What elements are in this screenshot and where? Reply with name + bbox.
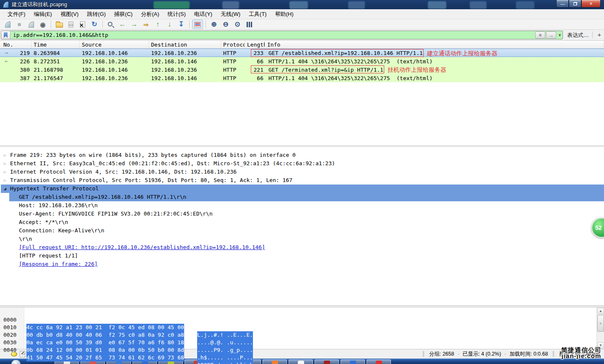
table-row[interactable]: → 219 8.263984 192.168.10.146 192.168.10… [0,49,604,57]
cell-no: 226 [13,58,31,65]
table-row[interactable]: 387 21.176547 192.168.10.236 192.168.10.… [0,74,604,82]
detail-text: [Full request URI: http://192.168.10.236… [19,243,265,252]
taskbar-app-button[interactable] [289,359,313,364]
display-filter-input[interactable] [10,31,535,39]
packet-bytes-pane: 0000 4c cc 6a 92 a1 23 00 21 f2 0c 45 ed… [0,307,604,349]
column-header-no[interactable]: No. [0,41,31,48]
column-header-time[interactable]: Time [31,41,80,48]
go-top-icon[interactable]: ↑ [152,20,163,29]
detail-tree-line[interactable]: ▷ Transmission Control Protocol, Src Por… [0,176,604,185]
close-button[interactable]: × [581,0,601,8]
detail-tree-line[interactable]: [Full request URI: http://192.168.10.236… [0,243,604,252]
menu-item-5[interactable]: 捕获(C) [110,9,137,19]
go-back-icon[interactable]: ← [117,20,128,29]
expander-icon[interactable]: ▷ [12,193,15,201]
detail-tree-line[interactable]: [Response in frame: 226] [0,260,604,268]
titlebar-glass-blob [516,1,534,9]
detail-tree-line[interactable]: Host: 192.168.10.236\r\n [0,201,604,210]
menu-item-10[interactable]: 工具(T) [245,9,271,19]
open-file-icon[interactable] [54,20,65,29]
menu-item-6[interactable]: 分析(A) [137,9,163,19]
capture-comment-icon[interactable] [20,351,25,357]
column-header-destination[interactable]: Destination [149,41,221,48]
taskbar-app-icon [324,361,330,364]
taskbar-app-button[interactable] [263,359,287,364]
go-bottom-icon[interactable]: ↓ [164,20,175,29]
stop-capture-icon[interactable]: ■ [14,20,25,29]
scrollbar-thumb[interactable]: ≡ [597,315,604,332]
taskbar-app-button[interactable] [341,359,365,364]
detail-tree-line[interactable]: ▷ Frame 219: 233 bytes on wire (1864 bit… [0,151,604,159]
table-row[interactable]: ← 226 8.272351 192.168.10.236 192.168.10… [0,57,604,65]
start-capture-icon[interactable] [2,20,13,29]
column-header-source[interactable]: Source [80,41,149,48]
detail-tree-line[interactable]: ◢ Hypertext Transfer Protocol [0,185,604,193]
cell-length: 66 [245,58,265,65]
expander-icon[interactable]: ◢ [4,185,6,193]
expander-icon[interactable]: ▷ [4,151,6,159]
find-icon[interactable] [105,20,116,29]
cell-length: 233 [245,50,265,56]
menu-item-1[interactable]: 文件(F) [3,9,30,19]
filter-apply-button[interactable]: → [546,31,556,39]
expander-icon[interactable]: ▷ [4,168,6,176]
colorize-icon[interactable] [192,20,203,29]
go-forward-icon[interactable]: → [129,20,140,29]
column-header-length[interactable]: Length [245,41,265,48]
detail-tree-line[interactable]: \r\n [0,235,604,243]
taskbar-app-button[interactable] [367,359,391,364]
cell-info: HTTP/1.1 404 \316\264\325\322\265\275 (t… [265,58,432,65]
resize-columns-icon[interactable] [244,20,255,29]
zoom-reset-icon[interactable]: ⊙ [232,20,243,29]
capture-options-icon[interactable]: ◉ [37,20,48,29]
colorize-icon [194,22,201,27]
column-header-info[interactable]: Info [265,41,604,48]
start-button[interactable] [11,359,21,364]
display-filter-field[interactable]: × → ▼ [1,31,563,39]
hex-scrollbar[interactable]: ▲ ≡ ▼ [596,307,604,349]
restart-capture-icon[interactable] [26,20,36,29]
detail-tree-line[interactable]: Accept: */*\r\n [0,218,604,226]
menu-item-2[interactable]: 编辑(E) [30,9,56,19]
menu-item-11[interactable]: 帮助(H) [271,9,298,19]
expander-icon[interactable]: ▷ [4,176,6,185]
menu-item-3[interactable]: 视图(V) [56,9,83,19]
taskbar-app-button[interactable] [315,359,339,364]
window-title: 建立通话和挂机.pcapng [12,1,67,8]
table-row[interactable]: 380 21.168798 192.168.10.146 192.168.10.… [0,65,604,74]
scroll-up-icon[interactable]: ▲ [597,308,604,314]
open-file-icon [56,23,63,28]
filter-clear-button[interactable]: × [535,31,545,39]
auto-scroll-icon[interactable]: ↧ [176,20,187,29]
zoom-in-icon[interactable]: ⊕ [208,20,219,29]
wireshark-logo-icon [3,1,9,8]
menu-item-9[interactable]: 无线(W) [216,9,245,19]
close-file-icon[interactable]: ✕ [77,20,88,29]
cell-source: 192.168.10.236 [80,58,149,65]
zoom-out-icon[interactable]: ⊖ [220,20,231,29]
filter-add-button[interactable]: + [596,30,603,39]
detail-tree-line[interactable]: [HTTP request 1/1] [0,252,604,260]
detail-tree-line[interactable]: Connection: Keep-Alive\r\n [0,226,604,235]
minimize-button[interactable]: — [556,0,569,8]
save-file-icon[interactable]: 010 [65,20,76,29]
restore-button[interactable] [569,0,581,8]
menu-item-7[interactable]: 统计(S) [163,9,190,19]
column-header-protocol[interactable]: Protocol [221,41,245,48]
detail-tree-line[interactable]: User-Agent: FLYINGVOICE FIP11W SV3.20 00… [0,210,604,218]
go-to-packet-icon[interactable]: ⇒ [141,20,151,29]
watermark-line2: jian-jie.com [561,353,601,359]
hex-row[interactable]: 0000 4c cc 6a 92 a1 23 00 21 f2 0c 45 ed… [0,309,604,316]
detail-tree-line[interactable]: ▷ Internet Protocol Version 4, Src: 192.… [0,168,604,176]
menu-item-8[interactable]: 电话(Y) [190,9,216,19]
menu-item-4[interactable]: 跳转(G) [83,9,110,19]
filter-bookmark-button[interactable] [1,31,10,39]
filter-dropdown-arrow[interactable]: ▼ [557,31,562,39]
expression-button[interactable]: 表达式… [567,31,589,39]
hex-row[interactable]: 0010 00 db b0 d8 40 00 40 06 f2 75 c0 a8… [0,316,604,324]
reload-icon[interactable]: ↻ [89,20,100,29]
detail-tree-line[interactable]: ▷ Ethernet II, Src: Easy3cal_0c:45:ed (0… [0,159,604,168]
auto-scroll-icon: ↧ [178,21,184,28]
expander-icon[interactable]: ▷ [4,159,6,168]
detail-tree-line[interactable]: ▷ GET /established.xml?ip=192.168.10.146… [0,193,604,201]
